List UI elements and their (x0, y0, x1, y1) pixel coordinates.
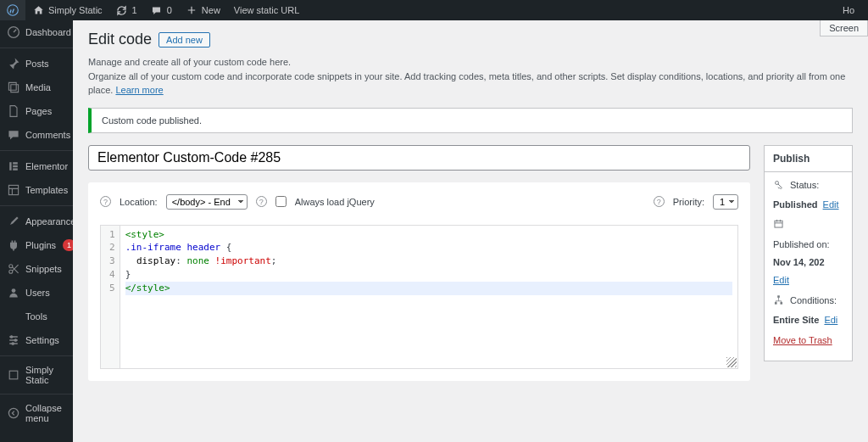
site-name-link[interactable]: Simply Static (25, 0, 109, 20)
location-label: Location: (120, 197, 158, 207)
sidebar-item-pages[interactable]: Pages (0, 99, 73, 123)
sidebar-item-plugins[interactable]: Plugins 1 (0, 233, 73, 257)
jquery-label: Always load jQuery (295, 197, 375, 207)
code-line-1: <style> (125, 228, 732, 242)
learn-more-link[interactable]: Learn more (115, 85, 163, 95)
sidebar-label: Plugins (25, 240, 56, 250)
conditions-label: Conditions: (790, 294, 837, 307)
wrench-icon (7, 310, 20, 323)
sidebar-item-simply-static[interactable]: Simply Static (0, 360, 73, 390)
status-edit-link[interactable]: Edit (823, 199, 839, 211)
help-icon[interactable]: ? (100, 196, 111, 207)
published-label: Published on: (773, 238, 830, 251)
jquery-checkbox[interactable] (275, 196, 287, 207)
comments-link[interactable]: 0 (144, 0, 179, 20)
svg-rect-17 (777, 295, 780, 298)
howdy-label: Ho (843, 5, 854, 15)
wp-logo[interactable] (0, 0, 25, 20)
sidebar-label: Comments (25, 130, 70, 140)
admin-bar-left: Simply Static 1 0 New View static URL (0, 0, 306, 20)
sitemap-icon (773, 294, 785, 309)
svg-point-9 (12, 288, 16, 293)
conditions-edit-link[interactable]: Edi (824, 314, 837, 327)
sidebar-label: Simply Static (25, 365, 66, 385)
sidebar-label: Appearance (25, 216, 73, 227)
admin-bar-right: Ho (836, 0, 868, 20)
title-input[interactable] (88, 145, 750, 171)
updates-count: 1 (132, 5, 137, 15)
home-icon (32, 4, 44, 16)
publish-title: Publish (765, 146, 852, 172)
new-link[interactable]: New (179, 0, 227, 20)
help-icon[interactable]: ? (654, 196, 665, 207)
sidebar-item-posts[interactable]: Posts (0, 52, 73, 76)
sidebar-item-settings[interactable]: Settings (0, 328, 73, 352)
simply-static-icon (7, 368, 20, 382)
code-line-5: </style> (125, 282, 732, 295)
sidebar-item-tools[interactable]: Tools (0, 305, 73, 328)
site-name: Simply Static (48, 5, 103, 15)
sidebar-label: Templates (25, 185, 68, 195)
side-column: Publish Status: Published Edit Published… (764, 145, 853, 381)
sidebar-label: Users (25, 288, 50, 298)
admin-bar: Simply Static 1 0 New View static URL Ho (0, 0, 868, 20)
sidebar-item-users[interactable]: Users (0, 281, 73, 305)
sidebar-item-comments[interactable]: Comments (0, 123, 73, 147)
templates-icon (7, 183, 20, 197)
update-icon (116, 4, 128, 16)
howdy-link[interactable]: Ho (836, 0, 861, 20)
separator (0, 355, 73, 356)
svg-point-0 (8, 5, 19, 16)
code-content[interactable]: <style>.in-iframe header { display: none… (120, 226, 737, 368)
line-number: 2 (109, 241, 115, 255)
main-content: Screen Edit code Add new Manage and crea… (73, 20, 868, 391)
line-number: 3 (109, 255, 115, 268)
sidebar-item-dashboard[interactable]: Dashboard (0, 20, 73, 44)
comment-icon (7, 128, 20, 142)
priority-select[interactable]: 1 (713, 194, 738, 210)
user-icon (7, 286, 20, 299)
page-title-row: Edit code Add new (88, 31, 853, 48)
status-label: Status: (790, 179, 819, 192)
page-subtitle: Manage and create all of your custom cod… (88, 55, 853, 98)
sidebar-label: Settings (25, 335, 59, 345)
scissors-icon (7, 262, 20, 276)
admin-sidebar: Dashboard Posts Media Pages Comments Ele… (0, 20, 73, 391)
status-value: Published (773, 199, 818, 211)
move-trash-link[interactable]: Move to Trash (773, 334, 832, 347)
view-static-link[interactable]: View static URL (227, 0, 306, 20)
plus-icon (186, 4, 198, 16)
publish-metabox: Publish Status: Published Edit Published… (764, 145, 853, 362)
code-editor[interactable]: 1 2 3 4 5 <style>.in-iframe header { dis… (100, 225, 738, 369)
sidebar-item-snippets[interactable]: Snippets (0, 257, 73, 281)
published-row: Published on: Nov 14, 202 Edit (773, 218, 843, 288)
content-column: ? Location: </body> - End ? Always load … (88, 145, 750, 381)
sidebar-item-elementor[interactable]: Elementor (0, 154, 73, 178)
published-edit-link[interactable]: Edit (773, 274, 789, 287)
updates-link[interactable]: 1 (109, 0, 144, 20)
sidebar-label: Snippets (25, 264, 62, 274)
help-icon[interactable]: ? (256, 196, 267, 207)
sidebar-item-templates[interactable]: Templates (0, 178, 73, 202)
status-row: Status: Published Edit (773, 179, 843, 212)
plug-icon (7, 238, 20, 252)
sidebar-label: Media (25, 82, 51, 92)
screen-options-tab[interactable]: Screen (820, 20, 868, 36)
sidebar-label: Tools (25, 311, 47, 322)
svg-rect-16 (775, 221, 782, 228)
svg-rect-18 (775, 302, 777, 305)
add-new-button[interactable]: Add new (159, 32, 210, 48)
pin-icon (7, 57, 20, 70)
line-numbers: 1 2 3 4 5 (101, 226, 120, 368)
svg-point-12 (12, 343, 14, 344)
svg-rect-2 (9, 162, 11, 171)
location-select[interactable]: </body> - End (166, 194, 248, 210)
sidebar-item-appearance[interactable]: Appearance (0, 210, 73, 233)
sidebar-item-media[interactable]: Media (0, 76, 73, 99)
page-icon (7, 104, 20, 118)
comments-count: 0 (167, 5, 172, 15)
conditions-value: Entire Site (773, 314, 819, 327)
line-number: 5 (109, 282, 115, 295)
svg-rect-5 (13, 168, 18, 170)
resize-handle[interactable] (726, 357, 737, 367)
